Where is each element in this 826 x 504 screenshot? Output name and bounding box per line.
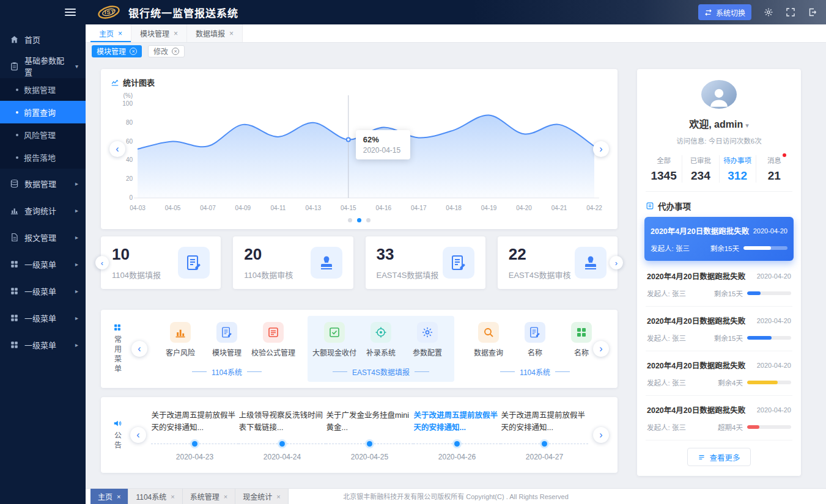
close-icon[interactable]: × bbox=[117, 493, 120, 500]
announcement-date: 2020-04-27 bbox=[526, 453, 563, 461]
sidebar-item-level1-menu-4[interactable]: 一级菜单 ▸ bbox=[0, 332, 86, 357]
sidebar-subitem-label: 前置查询 bbox=[24, 106, 56, 118]
chart-next-button[interactable]: › bbox=[593, 141, 609, 157]
close-icon[interactable]: × bbox=[130, 48, 137, 55]
svg-text:04-16: 04-16 bbox=[375, 205, 391, 211]
quick-menu-item-label: 名称 bbox=[574, 347, 589, 357]
chart-prev-button[interactable]: ‹ bbox=[109, 141, 125, 157]
quick-menu-item-module-management[interactable]: 模块管理 bbox=[204, 322, 250, 365]
todo-item[interactable]: 2020年4月20日数据跑批失败2020-04-20 发起人: 张三 剩余4天 bbox=[646, 351, 792, 396]
tab-module-management[interactable]: 模块管理× bbox=[131, 24, 187, 42]
announcement-text: 关于改进周五提前放假半天的安排通知... bbox=[152, 409, 238, 434]
sidebar-subitem-risk-management[interactable]: 风险管理 bbox=[0, 123, 86, 146]
chart-card-header: 统计图表 bbox=[111, 76, 608, 88]
announcements-prev-button[interactable]: ‹ bbox=[130, 427, 146, 443]
todo-item[interactable]: 2020年4月20日数据跑批失败2020-04-20 发起人: 张三 剩余15天 bbox=[646, 307, 792, 351]
tab-home[interactable]: 主页× bbox=[90, 24, 131, 42]
announcement-text: 关于广发金业务挂盘mini黄金... bbox=[326, 409, 413, 434]
todo-item[interactable]: 2020年4月20日数据跑批失败2020-04-20 发起人: 张三 剩余15天 bbox=[646, 262, 792, 307]
tooltip-date: 2020-04-15 bbox=[363, 146, 400, 155]
quick-menu-item-cash-payment[interactable]: 大额现金收付 bbox=[311, 322, 358, 365]
quick-menu-item-formula-check[interactable]: 校验公式管理 bbox=[250, 322, 297, 365]
close-icon[interactable]: × bbox=[229, 29, 234, 38]
sidebar-item-home[interactable]: 首页 bbox=[0, 27, 86, 51]
close-icon[interactable]: × bbox=[174, 29, 178, 38]
stat-approved[interactable]: 已审批 234 bbox=[682, 155, 719, 183]
quick-menu-item-param-config[interactable]: 参数配置 bbox=[404, 322, 451, 365]
stat-todo[interactable]: 待办事项 312 bbox=[720, 155, 756, 183]
sidebar-item-level1-menu-3[interactable]: 一级菜单 ▸ bbox=[0, 305, 86, 330]
tag-edit[interactable]: 修改× bbox=[148, 45, 185, 57]
footer-tab-system[interactable]: 系统管理× bbox=[183, 489, 235, 504]
footer-tab-cash-stats[interactable]: 现金统计× bbox=[235, 489, 288, 504]
stat-cards-row: ‹ 10 1104数据填报 20 1104数据审核 bbox=[101, 236, 618, 289]
footer-tab-home[interactable]: 主页× bbox=[90, 489, 128, 504]
quick-menu-prev-button[interactable]: ‹ bbox=[131, 341, 147, 357]
carousel-dot[interactable] bbox=[348, 218, 352, 222]
close-icon[interactable]: × bbox=[172, 48, 179, 55]
chart-icon bbox=[10, 206, 19, 215]
sidebar-item-level1-menu-2[interactable]: 一级菜单 ▸ bbox=[0, 279, 86, 303]
svg-text:04-13: 04-13 bbox=[306, 205, 322, 211]
stat-card-east4s-entry[interactable]: 33 EAST4S数据填报 bbox=[366, 236, 485, 289]
announcement-item-highlighted[interactable]: 关于改进周五提前放假半天的安排通知... 2020-04-26 bbox=[413, 409, 501, 461]
stat-card-1104-review[interactable]: 20 1104数据审核 bbox=[233, 236, 353, 289]
quick-menu-item-name-1[interactable]: 名称 bbox=[512, 322, 558, 365]
logout-icon[interactable] bbox=[808, 7, 817, 17]
footer-tab-1104[interactable]: 1104系统× bbox=[128, 489, 182, 504]
hamburger-icon[interactable] bbox=[65, 7, 76, 18]
close-icon[interactable]: × bbox=[171, 493, 174, 500]
timeline-dot-icon bbox=[367, 441, 372, 447]
sidebar-subitem-report-landing[interactable]: 报告落地 bbox=[0, 146, 86, 169]
sidebar-item-query-stats[interactable]: 查询统计 ▸ bbox=[0, 198, 86, 222]
stat-all[interactable]: 全部 1345 bbox=[646, 155, 682, 183]
stat-label: 1104数据填报 bbox=[112, 269, 161, 280]
stat-messages[interactable]: 消息 21 bbox=[756, 155, 792, 183]
system-switch-button[interactable]: 系统切换 bbox=[698, 4, 751, 20]
stat-card-1104-entry[interactable]: 10 1104数据填报 bbox=[101, 236, 221, 289]
chevron-down-icon[interactable]: ▾ bbox=[745, 122, 749, 129]
quick-menu-next-button[interactable]: › bbox=[593, 341, 609, 357]
view-more-button[interactable]: 查看更多 bbox=[687, 448, 750, 466]
announcement-item[interactable]: 关于广发金业务挂盘mini黄金... 2020-04-25 bbox=[326, 409, 413, 461]
sidebar-item-data-management[interactable]: 数据管理 ▸ bbox=[0, 171, 86, 195]
tab-data-entry[interactable]: 数据填报× bbox=[187, 24, 243, 42]
carousel-dot-active[interactable] bbox=[357, 218, 361, 222]
gear-icon[interactable] bbox=[764, 7, 773, 17]
timeline-segment bbox=[151, 439, 238, 448]
svg-text:0: 0 bbox=[129, 194, 133, 201]
grid-icon bbox=[571, 322, 592, 343]
close-icon[interactable]: × bbox=[224, 493, 227, 500]
todo-progress-bar bbox=[743, 246, 787, 250]
stat-value: 22 bbox=[509, 245, 571, 264]
visit-info: 访问信息: 今日访问次数6次 bbox=[646, 136, 792, 145]
close-icon[interactable]: × bbox=[118, 29, 122, 38]
sidebar-item-message-management[interactable]: 报文管理 ▸ bbox=[0, 225, 86, 249]
sidebar-subitem-data-management[interactable]: 数据管理 bbox=[0, 78, 86, 101]
app-logo: IST bbox=[95, 4, 122, 21]
announcements-next-button[interactable]: › bbox=[593, 427, 609, 443]
avatar[interactable] bbox=[701, 80, 737, 109]
fullscreen-icon[interactable] bbox=[786, 7, 795, 17]
carousel-dot[interactable] bbox=[366, 218, 371, 222]
announcement-item[interactable]: 关于改进周五提前放假半天的安排通知... 2020-04-23 bbox=[151, 409, 238, 461]
sidebar-item-level1-menu-1[interactable]: 一级菜单 ▸ bbox=[0, 252, 86, 276]
todo-item[interactable]: 2020年4月20日数据跑批失败2020-04-20 发起人: 张三 超期4天 bbox=[646, 396, 792, 440]
sidebar-item-basic-params[interactable]: 基础参数配置 ▾ bbox=[0, 54, 86, 78]
tag-module-management[interactable]: 模块管理× bbox=[92, 45, 142, 57]
quick-menu-item-data-query[interactable]: 数据查询 bbox=[465, 322, 512, 365]
stat-card-east4s-review[interactable]: 22 EAST4S数据审核 bbox=[498, 236, 618, 289]
todo-section-title: 代办事项 bbox=[658, 200, 691, 212]
quick-menu-item-supplement-system[interactable]: 补录系统 bbox=[358, 322, 404, 365]
quick-menu-item-customer-risk[interactable]: 客户风险 bbox=[157, 322, 204, 365]
list-icon bbox=[646, 202, 654, 210]
form-icon bbox=[443, 247, 474, 279]
clipboard-icon bbox=[10, 62, 19, 71]
sidebar-subitem-front-query[interactable]: 前置查询 bbox=[0, 101, 86, 123]
todo-item-highlighted[interactable]: 2020年4月20日数据跑批失败2020-04-20 发起人: 张三 剩余15天 bbox=[644, 217, 794, 261]
close-icon[interactable]: × bbox=[276, 493, 280, 500]
announcement-item[interactable]: 上级领导视察反洗钱时间表下载链接... 2020-04-24 bbox=[238, 409, 326, 461]
stats-prev-button[interactable]: ‹ bbox=[95, 256, 109, 269]
announcement-item[interactable]: 关于改进周五提前放假半天的安排通知... 2020-04-27 bbox=[501, 409, 588, 461]
stats-next-button[interactable]: › bbox=[610, 256, 623, 269]
